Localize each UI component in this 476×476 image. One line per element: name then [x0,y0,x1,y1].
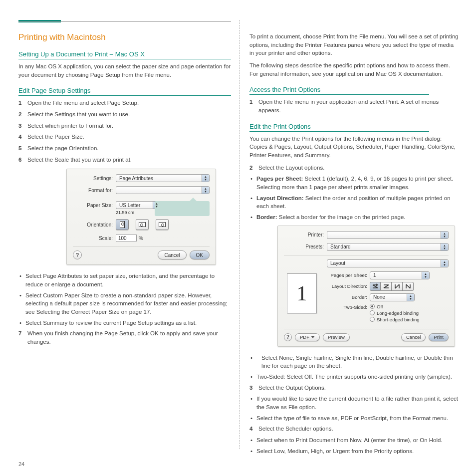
list-item: 6Select the Scale that you want to print… [18,156,231,164]
list-item: Select Summary to review the current Pag… [18,319,231,327]
paragraph: You can change the Print options for the… [249,135,459,160]
list-item: 4Select the Paper Size. [18,133,231,141]
list-item: Pages per Sheet: Select 1 (default), 2, … [249,175,459,191]
cancel-button[interactable]: Cancel [401,333,426,341]
border-select[interactable]: None ▲▼ [370,293,415,301]
cancel-button[interactable]: Cancel [158,250,186,259]
print-button[interactable]: Print [429,333,449,341]
list-item: 1 Open the File menu in your application… [249,98,459,114]
list-item: 5Select the page Orientation. [18,144,231,153]
orientation-landscape-flip-button[interactable] [156,219,169,230]
ok-button[interactable]: OK [190,250,210,259]
print-dialog: Printer: ▲▼ Presets: Standard ▲▼ Layout … [277,226,455,347]
scale-suffix: % [139,236,143,241]
scale-label: Scale: [73,236,116,241]
list-item: 7When you finish changing the Page Setup… [18,329,231,346]
list-item: Layout Direction: Select the order and p… [249,194,459,211]
list-item: If you would like to save the current do… [249,395,459,411]
page-title: Printing with Macintosh [18,32,231,42]
list-item: Select when to Print Document from Now, … [249,436,459,445]
page-preview-icon: 1 [287,273,317,313]
presets-select[interactable]: Standard ▲▼ [327,243,449,251]
top-rule-thin [18,21,231,22]
section-heading: Edit the Print Options [249,123,429,132]
list-item: 1Open the File menu and select Page Setu… [18,99,231,107]
printer-label: Printer: [284,232,327,238]
list-item: 3Select which printer to Format for. [18,122,231,130]
column-divider [239,20,239,449]
list-item: Select Custom Paper Size to create a non… [18,291,231,316]
preview-button[interactable]: Preview [323,333,350,341]
list-item: 4Select the Scheduler options. [249,425,459,433]
list-item: Border: Select a border for the image on… [249,213,459,222]
two-sided-short-radio[interactable]: Short-edged binding [370,317,420,322]
section-heading: Setting Up a Document to Print – Mac OS … [18,50,231,59]
help-button[interactable]: ? [284,333,292,341]
layout-direction-n-button[interactable] [392,282,403,291]
printer-select[interactable]: ▲▼ [327,231,449,239]
paragraph: In any Mac OS X application, you can sel… [18,62,231,79]
page-number: 24 [18,461,24,467]
list-item: 3Select the Output Options. [249,384,459,392]
layout-direction-n2-button[interactable] [403,282,414,291]
paper-size-select[interactable]: US Letter ▲▼ [116,201,161,209]
presets-label: Presets: [284,244,327,249]
two-sided-off-radio[interactable]: Off [370,304,420,309]
list-item: 2Select the Settings that you want to us… [18,110,231,119]
layout-direction-s-button[interactable] [381,282,392,291]
callout-balloon: Select Your Printer [155,201,210,216]
format-for-label: Format for: [73,188,116,193]
dialog-divider [284,255,449,255]
section-heading: Access the Print Options [249,86,429,95]
orientation-portrait-button[interactable] [116,219,129,230]
two-sided-long-radio[interactable]: Long-edged binding [370,310,420,316]
pages-per-sheet-select[interactable]: 1 ▲▼ [370,271,430,279]
border-label: Border: [324,294,370,300]
settings-select[interactable]: Page Attributes ▲▼ [116,174,210,182]
scale-input[interactable]: 100 [116,234,137,242]
list-item: 2Select the Layout options. [249,164,459,172]
pdf-button[interactable]: PDF [295,333,320,341]
list-item: Select Low, Medium, High, or Urgent from… [249,447,459,456]
dropdown-triangle-icon [311,336,315,338]
dialog-divider [73,246,210,246]
pages-per-sheet-label: Pages per Sheet: [324,272,370,278]
paper-dimensions: 21.59 cm [116,210,134,215]
list-item: Select Page Attributes to set paper size… [18,272,231,288]
format-for-select[interactable]: ▲▼ [116,186,210,194]
section-heading: Edit Page Setup Settings [18,87,231,96]
paper-size-label: Paper Size: [73,203,116,208]
list-item: Select the type of file to save as, PDF … [249,414,459,423]
layout-direction-label: Layout Direction: [324,283,370,289]
page-setup-dialog: Settings: Page Attributes ▲▼ Format for:… [66,169,216,265]
paragraph: The following steps describe the specifi… [249,61,459,78]
help-button[interactable]: ? [73,250,82,259]
two-sided-label: Two-Sided: [324,304,370,310]
settings-label: Settings: [73,176,116,181]
pane-select[interactable]: Layout ▲▼ [327,259,449,267]
dialog-divider [284,329,449,329]
list-item: Two-Sided: Select Off. The printer suppo… [249,373,459,381]
layout-direction-z-button[interactable] [370,282,381,291]
list-item: Select None, Single hairline, Single thi… [249,354,459,370]
orientation-landscape-button[interactable] [136,219,149,230]
paragraph: To print a document, choose Print from t… [249,32,459,57]
orientation-label: Orientation: [73,222,116,228]
